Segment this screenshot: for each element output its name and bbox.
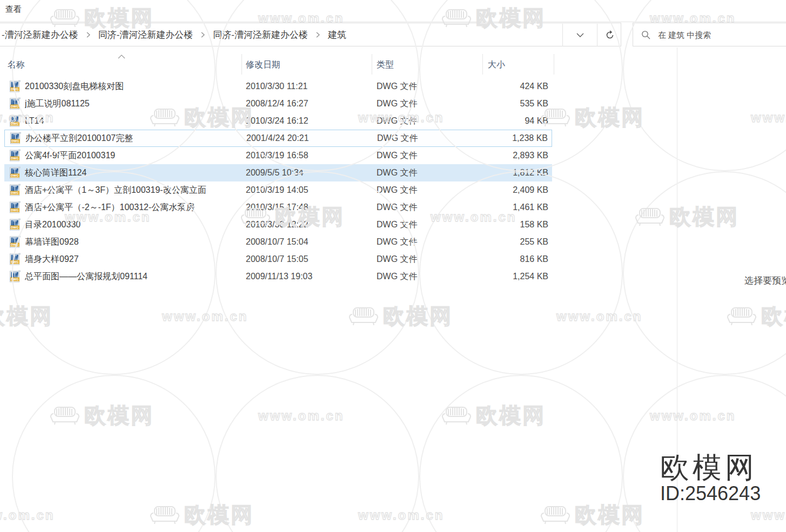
- file-size: 1,254 KB: [478, 272, 548, 281]
- search-icon: [641, 30, 650, 39]
- column-header-size[interactable]: 大小: [488, 59, 505, 71]
- file-date-modified: 2010/3/24 16:12: [246, 116, 308, 126]
- breadcrumb-item[interactable]: -漕河泾新建办公楼: [2, 29, 78, 41]
- file-row[interactable]: DWG 墙身大样0927 2008/10/7 15:05 DWG 文件 816 …: [4, 251, 552, 268]
- search-input[interactable]: [657, 30, 778, 40]
- dwg-icon-tm-mark: [18, 184, 21, 186]
- dwg-icon-tm-mark: [18, 167, 21, 169]
- refresh-icon: [605, 30, 615, 40]
- address-bar[interactable]: -漕河泾新建办公楼同济-漕河泾新建办公楼同济-漕河泾新建办公楼建筑: [0, 23, 621, 46]
- dwg-icon-dimension-mark: [15, 255, 15, 260]
- file-row[interactable]: DWG 总平面图——公寓报规划091114 2009/11/13 19:03 D…: [4, 268, 552, 285]
- dwg-file-icon: DWG: [10, 116, 19, 127]
- dwg-icon-badge: DWG: [10, 226, 19, 230]
- file-type: DWG 文件: [377, 202, 418, 213]
- dwg-icon-badge: DWG: [10, 157, 19, 160]
- dwg-icon-dimension-mark: [15, 169, 15, 174]
- dwg-icon-dimension-mark: [15, 204, 15, 208]
- file-name: j施工说明081125: [25, 98, 90, 110]
- file-row[interactable]: DWG 20100330刻盘电梯核对图 2010/3/30 11:21 DWG …: [4, 78, 552, 95]
- dwg-icon-tm-mark: [18, 150, 21, 151]
- dwg-icon-dimension-mark: [15, 152, 15, 157]
- column-divider[interactable]: [482, 54, 483, 75]
- dwg-file-icon: DWG: [10, 237, 19, 248]
- file-size: 1,238 KB: [478, 133, 548, 143]
- breadcrumb-item[interactable]: 建筑: [328, 29, 346, 41]
- file-date-modified: 2009/11/13 19:03: [246, 272, 312, 281]
- file-size: 158 KB: [478, 220, 548, 230]
- address-dropdown-button[interactable]: [562, 24, 597, 46]
- file-size: 255 KB: [478, 237, 548, 247]
- address-toolbar: -漕河泾新建办公楼同济-漕河泾新建办公楼同济-漕河泾新建办公楼建筑: [0, 22, 786, 48]
- file-type: DWG 文件: [377, 133, 418, 144]
- file-size: 1,812 KB: [478, 168, 548, 178]
- breadcrumb: -漕河泾新建办公楼同济-漕河泾新建办公楼同济-漕河泾新建办公楼建筑: [2, 23, 346, 46]
- file-row[interactable]: DWG LT14 2010/3/24 16:12 DWG 文件 94 KB: [4, 112, 552, 130]
- dwg-file-icon: DWG: [10, 185, 19, 196]
- dwg-icon-dimension-mark: [15, 238, 15, 243]
- breadcrumb-item[interactable]: 同济-漕河泾新建办公楼: [213, 29, 308, 41]
- column-header-date[interactable]: 修改日期: [246, 59, 280, 71]
- file-type: DWG 文件: [377, 219, 418, 231]
- file-size: 94 KB: [478, 116, 548, 126]
- dwg-icon-badge: DWG: [10, 208, 19, 212]
- dwg-icon-dimension-mark: [15, 117, 15, 122]
- file-date-modified: 2008/10/7 15:04: [246, 237, 308, 247]
- dwg-file-icon: DWG: [10, 167, 19, 179]
- column-divider[interactable]: [241, 54, 242, 75]
- dwg-icon-tm-mark: [18, 253, 21, 255]
- chevron-down-icon: [576, 33, 584, 37]
- file-row[interactable]: DWG 酒店+公寓平（-2～-1F）100312-公寓水泵房 2010/3/15…: [4, 199, 552, 216]
- dwg-icon-tm-mark: [18, 219, 21, 220]
- file-type: DWG 文件: [377, 185, 418, 196]
- file-type: DWG 文件: [377, 254, 418, 265]
- tab-view[interactable]: 查看: [5, 4, 22, 15]
- file-type: DWG 文件: [377, 150, 418, 161]
- dwg-icon-tm-mark: [18, 80, 21, 82]
- watermark-site-name: 欧模网: [660, 451, 786, 483]
- dwg-icon-badge: DWG: [10, 105, 19, 109]
- dwg-icon-dimension-mark: [15, 273, 15, 278]
- file-name: 办公楼平立剖20100107完整: [25, 133, 133, 144]
- file-row[interactable]: DWG 核心筒详图1124 2009/5/5 10:34 DWG 文件 1,81…: [4, 164, 552, 181]
- file-date-modified: 2008/10/7 15:05: [246, 254, 308, 264]
- dwg-icon-badge: DWG: [10, 260, 19, 264]
- column-divider[interactable]: [372, 54, 372, 75]
- file-row[interactable]: DWG 目录20100330 2010/3/30 12:22 DWG 文件 15…: [4, 216, 552, 233]
- file-type: DWG 文件: [377, 237, 418, 248]
- file-size: 424 KB: [478, 82, 548, 91]
- column-divider[interactable]: [554, 54, 554, 75]
- dwg-icon-dimension-mark: [15, 134, 16, 139]
- dwg-icon-tm-mark: [18, 236, 21, 238]
- breadcrumb-chevron-icon[interactable]: [201, 32, 205, 38]
- refresh-button[interactable]: [597, 24, 622, 46]
- file-type: DWG 文件: [377, 167, 418, 179]
- file-date-modified: 2009/5/5 10:34: [246, 168, 304, 178]
- file-name: LT14: [25, 116, 44, 126]
- file-row[interactable]: DWG 幕墙详图0928 2008/10/7 15:04 DWG 文件 255 …: [4, 233, 552, 251]
- breadcrumb-chevron-icon[interactable]: [86, 32, 90, 38]
- column-header-name[interactable]: 名称: [8, 59, 25, 71]
- file-row[interactable]: DWG j施工说明081125 2008/12/4 16:27 DWG 文件 5…: [4, 95, 552, 112]
- file-row[interactable]: DWG 公寓4f-9f平面20100319 2010/3/19 16:58 DW…: [4, 147, 552, 164]
- column-header-row: 名称 修改日期 类型 大小: [0, 53, 677, 75]
- file-row[interactable]: DWG 酒店+公寓平（1～3F）立剖100319-改公寓立面 2010/3/19…: [4, 181, 552, 199]
- file-type: DWG 文件: [377, 116, 418, 127]
- dwg-icon-tm-mark: [18, 201, 21, 203]
- breadcrumb-item[interactable]: 同济-漕河泾新建办公楼: [98, 29, 193, 41]
- dwg-icon-badge: DWG: [10, 191, 19, 195]
- file-date-modified: 2010/3/30 11:21: [246, 82, 307, 91]
- search-box[interactable]: [633, 23, 786, 46]
- file-date-modified: 2010/3/19 16:58: [246, 151, 308, 160]
- file-name: 墙身大样0927: [25, 254, 79, 265]
- file-row[interactable]: DWG 办公楼平立剖20100107完整 2001/4/24 20:21 DWG…: [4, 130, 552, 147]
- file-name: 20100330刻盘电梯核对图: [25, 81, 124, 92]
- dwg-icon-badge: DWG: [10, 122, 19, 126]
- dwg-file-icon: DWG: [10, 133, 20, 144]
- dwg-icon-dimension-mark: [15, 83, 15, 87]
- file-date-modified: 2010/3/19 14:05: [246, 185, 308, 195]
- dwg-icon-badge: DWG: [10, 87, 19, 91]
- column-header-type[interactable]: 类型: [377, 59, 394, 71]
- breadcrumb-chevron-icon[interactable]: [316, 32, 320, 38]
- preview-pane-hint: 选择要预览: [744, 274, 786, 287]
